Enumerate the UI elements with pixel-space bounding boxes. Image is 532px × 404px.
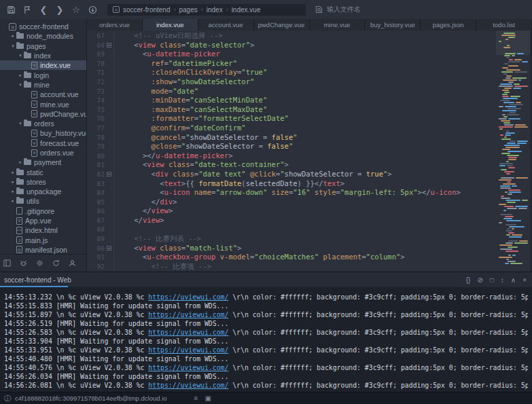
tree-item-index-html[interactable]: <>index.html [0,225,86,235]
tree-item-stores[interactable]: ▸stores [0,177,86,187]
code-line-79[interactable]: 79@close="showDateSelector = false" [87,142,496,151]
tab-mine-vue[interactable]: mine.vue [310,19,366,31]
tree-item-mine-vue[interactable]: Vmine.vue [0,99,86,109]
code-area[interactable]: 67<!-- uView日期选择 -->68<view class="date-… [87,31,496,272]
console-link[interactable]: https://uviewui.com/ [148,329,228,336]
preview-window-icon[interactable]: ▣ [205,394,211,402]
tree-item-orders-vue[interactable]: Vorders.vue [0,148,86,158]
chevron-right-icon[interactable]: ▸ [10,170,16,175]
console-link[interactable]: https://uviewui.com/ [148,364,228,371]
panel-toggle-icon[interactable] [3,259,11,267]
console-link[interactable]: https://uviewui.com/ [148,382,228,389]
tree-item-pwdchange-vue[interactable]: VpwdChange.vue [0,109,86,119]
tree-item-payment[interactable]: ▸payment [0,158,86,167]
tree-item-app-vue[interactable]: VApp.vue [0,216,86,225]
chevron-right-icon[interactable]: ▸ [10,198,16,204]
tree-item-pages[interactable]: ▾pages [0,41,86,51]
breadcrumb-item[interactable]: index.vue [232,6,261,14]
scroll-lock-icon[interactable]: ↕ [501,276,504,284]
tree-item-soccer-frontend[interactable]: usoccer-frontend [0,22,86,31]
flag-icon[interactable] [19,3,35,16]
code-line-88[interactable]: 88 [87,225,496,234]
tree-item-buy-history-vue[interactable]: Vbuy_history.vue [0,128,86,138]
code-line-69[interactable]: 69<u-datetime-picker [87,50,496,59]
tab-todo-list[interactable]: todo.list [476,19,532,31]
code-line-78[interactable]: 78@cancel="showDateSelector = false" [87,133,496,143]
settings-icon[interactable] [36,259,43,267]
code-line-75[interactable]: 75:maxDate="canSelectMaxDate" [87,105,496,115]
code-line-76[interactable]: 76:formatter="formatterSelectDate" [87,114,496,124]
back-icon[interactable]: ❮ [35,3,52,16]
fold-marker-icon[interactable] [107,246,111,251]
code-line-84[interactable]: 84<u-icon name="arrow-down" size="16" st… [87,188,496,198]
fold-marker-icon[interactable] [107,172,111,177]
code-line-67[interactable]: 67<!-- uView日期选择 --> [87,31,496,41]
forward-icon[interactable]: ❯ [52,3,68,16]
tab-orders-vue[interactable]: orders.vue [87,19,143,31]
run-icon[interactable] [84,3,101,16]
tree-item--gitignore[interactable]: .gitignore [0,206,86,216]
tab-account-vue[interactable]: account.vue [198,19,254,31]
file-search[interactable]: 输入文件名 [315,5,361,14]
chevron-down-icon[interactable]: ▾ [17,121,24,126]
console-link[interactable]: https://uviewui.com/ [148,346,228,354]
tree-item-manifest-json[interactable]: {}manifest.json [0,245,86,254]
breadcrumb-item[interactable]: soccer-frontend [123,6,170,14]
tree-item-main-js[interactable]: Jmain.js [0,236,86,245]
code-line-86[interactable]: 86</view> [87,206,496,216]
chevron-right-icon[interactable]: ▸ [10,33,16,39]
code-line-77[interactable]: 77@confirm="dateConfirm" [87,124,496,133]
code-line-80[interactable]: 80></u-datetime-picker> [87,151,496,161]
chevron-down-icon[interactable]: ▾ [17,82,24,88]
tree-item-orders[interactable]: ▾orders [0,119,86,128]
tree-item-index[interactable]: ▾index [0,51,86,60]
tree-item-node-modules[interactable]: ▸node_modules [0,31,86,41]
code-line-81[interactable]: 81<view class="date-text-container"> [87,160,496,170]
breadcrumb-item[interactable]: index [207,6,223,14]
format-braces-icon[interactable]: {} [466,276,471,284]
console-link[interactable]: https://uviewui.com/ [148,293,228,301]
tab-buy-history-vue[interactable]: buy_history.vue [365,19,421,31]
account-icon[interactable] [69,259,76,267]
star-icon[interactable]: ☆ [68,3,84,16]
collapse-panel-icon[interactable]: ∧ [511,276,516,284]
tree-item-login[interactable]: ▸login [0,70,86,79]
code-line-73[interactable]: 73mode="date" [87,87,496,96]
stop-icon[interactable]: □ [490,276,494,284]
code-line-87[interactable]: 87</view> [87,216,496,225]
info-icon[interactable]: ⓘ [4,394,11,403]
code-line-70[interactable]: 70ref="datetimePicker" [87,59,496,69]
code-line-90[interactable]: 90<view class="match-list"> [87,244,496,253]
tab-pwdchange-vue[interactable]: pwdChange.vue [254,19,310,31]
log-list-icon[interactable]: ≡ [194,394,198,402]
debug-icon[interactable] [20,259,27,267]
clear-console-icon[interactable]: ⊘ [477,276,482,284]
console-tab-title[interactable]: soccer-frontend - Web [4,276,71,284]
code-line-74[interactable]: 74:minDate="canSelectMinDate" [87,96,496,105]
code-line-91[interactable]: 91<u-checkbox-group v-model="choiceMatch… [87,253,496,262]
tree-item-index-vue[interactable]: Vindex.vue [0,60,86,70]
chevron-right-icon[interactable]: ▸ [10,179,16,185]
tree-item-utils[interactable]: ▸utils [0,196,86,206]
save-icon[interactable] [3,3,19,16]
chevron-right-icon[interactable]: ▸ [17,73,24,78]
code-line-68[interactable]: 68<view class="date-selector"> [87,41,496,50]
tree-item-static[interactable]: ▸static [0,167,86,177]
code-line-83[interactable]: 83<text>{{ formatDate(selectedDate) }}</… [87,179,496,189]
fold-marker-icon[interactable] [107,43,111,48]
close-panel-icon[interactable]: × [522,276,527,284]
tree-item-unpackage[interactable]: ▸unpackage [0,187,86,196]
tree-item-account-vue[interactable]: Vaccount.vue [0,90,86,99]
breadcrumb-item[interactable]: pages [179,6,197,14]
code-line-71[interactable]: 71:closeOnClickOverlay="true" [87,68,496,77]
chevron-right-icon[interactable]: ▸ [17,160,24,165]
code-line-92[interactable]: 92<!-- 比赛项 --> [87,262,496,272]
code-line-82[interactable]: 82<div class="date text" @click="showDat… [87,170,496,179]
minimap[interactable] [496,31,530,272]
tree-item-mine[interactable]: ▾mine [0,80,86,90]
chevron-down-icon[interactable]: ▾ [17,53,24,58]
tree-item-forecast-vue[interactable]: Vforecast.vue [0,139,86,148]
code-line-85[interactable]: 85</div> [87,198,496,207]
chevron-right-icon[interactable]: ▸ [10,189,16,194]
code-line-72[interactable]: 72:show="showDateSelector" [87,77,496,87]
